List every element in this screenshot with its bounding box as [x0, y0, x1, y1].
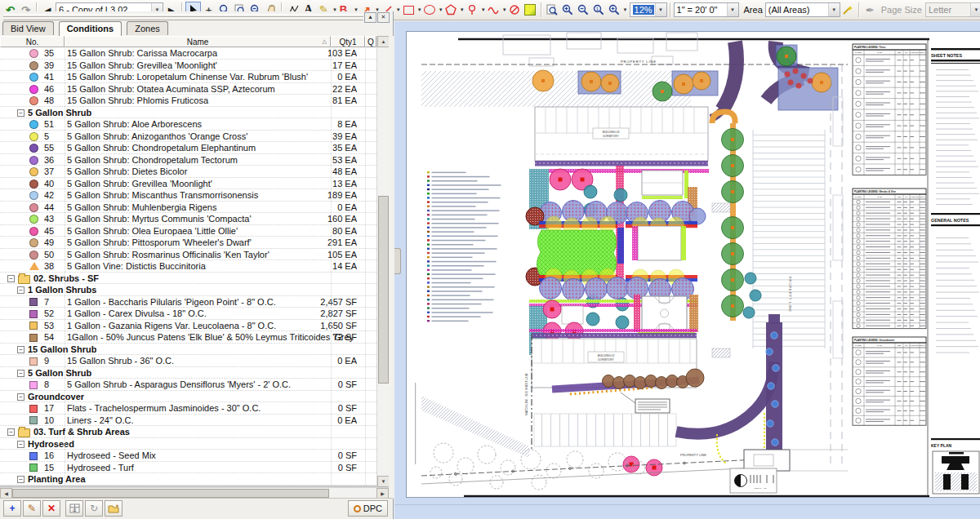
group-row[interactable]: −Hydroseed [0, 438, 376, 450]
panel-grip[interactable]: ▲ ✕ [0, 11, 393, 21]
list-row[interactable]: 365 Gallon Shrub: Chondropetalum Tectoru… [0, 154, 376, 166]
group-row[interactable]: −15 Gallon Shrub [0, 344, 376, 356]
condition-qty: 0 EA [337, 202, 357, 212]
list-row[interactable]: 445 Gallon Shrub: Muhlenbergia Rigens0 E… [0, 202, 376, 214]
collapse-icon[interactable]: − [7, 428, 15, 436]
conditions-list: 3515 Gallon Shrub: Carissa Macrocarpa103… [0, 47, 376, 487]
properties-button[interactable]: 12 [65, 500, 83, 517]
dpc-button[interactable]: DPC [348, 500, 388, 517]
list-row[interactable]: 521 Gallon - Carex Divulsa - 18" O.C.2,8… [0, 308, 376, 320]
no-symbol-tool[interactable] [507, 2, 523, 18]
list-row[interactable]: 385 Gallon Vine: Distictis Buccinitoria1… [0, 260, 376, 273]
folder-icon [18, 275, 30, 284]
group-row[interactable]: −Planting Area [0, 473, 376, 486]
list-row[interactable]: 85 Gallon Shrub - Asparagus Densiflorus … [0, 379, 376, 391]
folder-row[interactable]: −03. Turf & Shrub Areas [0, 426, 376, 438]
list-row[interactable]: 375 Gallon Shrub: Dietes Bicolor48 EA [0, 166, 376, 178]
polygon-tool[interactable] [443, 2, 459, 18]
group-row[interactable]: −5 Gallon Shrub [0, 107, 376, 119]
zoom-in-button[interactable] [560, 2, 576, 18]
column-no[interactable]: No. [0, 36, 65, 47]
delete-button[interactable]: ✕ [42, 500, 60, 517]
list-row[interactable]: 541Gallon - 50% Juncus Patens 'Elk Blue'… [0, 331, 376, 344]
condition-qty: 8 EA [337, 119, 357, 129]
column-name[interactable]: Name △ [65, 36, 331, 47]
horizontal-scrollbar[interactable]: ◀ ▶ [0, 487, 389, 499]
vertical-scrollbar[interactable]: ▲ ▼ [376, 36, 389, 487]
list-row[interactable]: 555 Gallon Shrub: Chondropetalum Elephan… [0, 142, 376, 154]
collapse-icon[interactable]: − [17, 346, 24, 353]
list-row[interactable]: 3915 Gallon Shrub: Grevillea 'Moonlight'… [0, 60, 376, 72]
plan-sheet[interactable]: PROPERTY LINE [406, 31, 980, 498]
edit-button[interactable]: ✎ [23, 500, 41, 517]
tab-bid-view[interactable]: Bid View [2, 21, 54, 35]
list-row[interactable]: 531 Gallon - Gazania Rigens Var. Leucola… [0, 320, 376, 332]
column-qty1[interactable]: Qty1 [331, 36, 365, 47]
list-row[interactable]: 55 Gallon Shrub: Anizoganthos 'Orange Cr… [0, 131, 376, 143]
column-qty2[interactable]: Q [365, 36, 376, 47]
rect-tool[interactable] [401, 2, 416, 18]
condition-swatch [29, 203, 38, 212]
scroll-thumb[interactable] [12, 489, 329, 498]
group-row[interactable]: −5 Gallon Shrub [0, 367, 376, 379]
collapse-icon[interactable]: − [17, 441, 24, 448]
splitter-grip[interactable] [394, 248, 401, 274]
list-row[interactable]: 15Hydroseed - Turf0 SF [0, 462, 376, 474]
sheet-notes-title: SHEET NOTES [931, 53, 962, 58]
list-row[interactable]: 4115 Gallon Shrub: Loropetalum Chinense … [0, 71, 376, 83]
condition-swatch [29, 238, 38, 247]
plan-note [621, 393, 670, 413]
page-size-combo[interactable]: Letter▼ [925, 2, 980, 17]
wand-button[interactable] [840, 2, 856, 18]
magnifier-arrows-icon [608, 4, 620, 16]
list-row[interactable]: 16Hydroseed - Seed Mix0 SF [0, 450, 376, 462]
freehand-tool[interactable] [486, 2, 501, 18]
list-row[interactable]: 3515 Gallon Shrub: Carissa Macrocarpa103… [0, 47, 376, 60]
collapse-icon[interactable]: − [17, 370, 24, 377]
zoom-1to1-button[interactable]: 1 [591, 2, 607, 18]
refresh-button[interactable]: ↻ [85, 500, 103, 517]
list-row[interactable]: 505 Gallon Shrub: Rosmarinus Officinalis… [0, 249, 376, 261]
list-row[interactable]: 915 Gallon Shrub - 36" O.C.0 EA [0, 355, 376, 367]
group-label: Groundcover [28, 392, 84, 401]
collapse-icon[interactable]: − [17, 109, 24, 117]
zoom-extents-button[interactable] [607, 2, 622, 18]
collapse-icon[interactable]: − [17, 476, 24, 483]
area-combo[interactable]: (All Areas)▼ [765, 2, 840, 17]
list-row[interactable]: 4815 Gallon Shrub: Phlomis Fruticosa81 E… [0, 95, 376, 107]
list-row[interactable]: 71 Gallon - Baccharis Pilularis 'Pigeon … [0, 296, 376, 308]
list-row[interactable]: 425 Gallon Shrub: Miscanthus Transmorris… [0, 189, 376, 202]
collapse-icon[interactable]: − [7, 275, 15, 282]
add-button[interactable]: + [3, 500, 21, 517]
list-row[interactable]: 495 Gallon Shrub: Pittosporum 'Wheeler's… [0, 237, 376, 249]
tab-zones[interactable]: Zones [127, 21, 168, 35]
list-row[interactable]: 455 Gallon Shrub: Olea Europaea 'Little … [0, 225, 376, 237]
list-row[interactable]: 435 Gallon Shrub: Myrtus Communis 'Compa… [0, 213, 376, 225]
scale-combo[interactable]: 1" = 20' 0"▼ [674, 2, 739, 17]
condition-name: 5 Gallon Shrub: Chondropetalum Elephanti… [67, 143, 352, 153]
pin-tool[interactable] [465, 2, 480, 18]
fit-page-button[interactable] [545, 2, 560, 18]
zoom-out-button[interactable] [576, 2, 591, 18]
list-row[interactable]: 515 Gallon Shrub: Aloe Arborescens8 EA [0, 118, 376, 131]
tab-conditions[interactable]: Conditions [59, 21, 122, 36]
sign-tool[interactable]: ✒ [862, 2, 878, 18]
collapse-icon[interactable]: − [17, 286, 24, 294]
scroll-down-arrow[interactable]: ▼ [377, 476, 390, 487]
list-row[interactable]: 4615 Gallon Shrub: Otatea Acuminata SSP,… [0, 83, 376, 95]
collapse-icon[interactable]: − [17, 393, 24, 401]
new-folder-button[interactable]: ✶ [105, 500, 122, 517]
scroll-up-arrow[interactable]: ▲ [377, 36, 390, 47]
scroll-thumb[interactable] [378, 196, 389, 384]
list-row[interactable]: 10Liners - 24" O.C.0 EA [0, 415, 376, 427]
folder-row[interactable]: −02. Shrubs - SF [0, 273, 376, 285]
condition-name: 15 Gallon Shrub: Grevillea 'Moonlight' [67, 60, 352, 70]
zoom-level-combo[interactable]: 12%▼ [630, 2, 667, 17]
list-row[interactable]: 17Flats - Trachelospermum Jasminoides - … [0, 402, 376, 415]
note-tool[interactable] [523, 2, 538, 18]
list-row[interactable]: 405 Gallon Shrub: Grevillea 'Moonlight'1… [0, 178, 376, 190]
drawing-canvas[interactable]: PROPERTY LINE [394, 21, 980, 519]
group-row[interactable]: −1 Gallon Shrubs [0, 284, 376, 296]
ellipse-tool[interactable] [422, 2, 438, 18]
group-row[interactable]: −Groundcover [0, 391, 376, 403]
